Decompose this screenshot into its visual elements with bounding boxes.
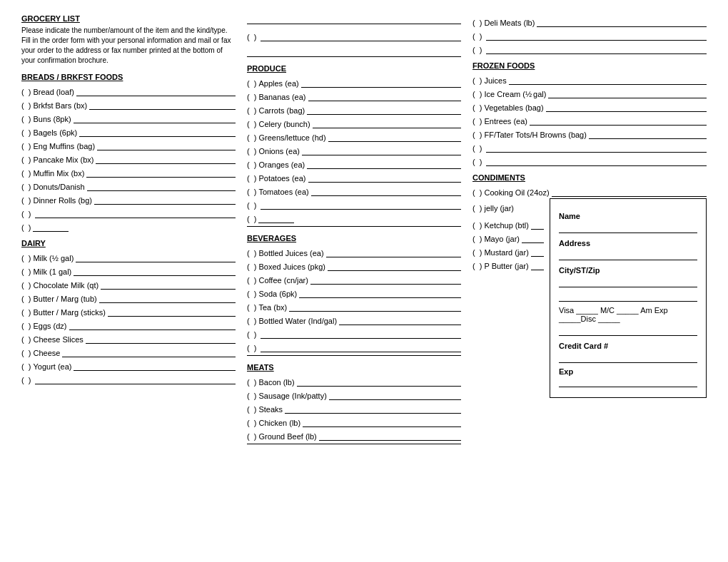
- list-item: ( ) Coffee (cn/jar): [247, 272, 461, 285]
- list-item: ( ) Butter / Marg (tub): [21, 290, 236, 303]
- list-item: ( ) Steaks: [247, 401, 461, 414]
- list-item: ( ) Bacon (lb): [247, 374, 461, 387]
- list-item: ( ) Onions (ea): [247, 143, 461, 155]
- list-item: ( ) Cheese: [21, 344, 236, 357]
- list-item: ( ) Deli Meats (lb): [472, 14, 707, 27]
- list-item: ( ) P Butter (jar): [472, 257, 544, 270]
- list-item: ( ) Boxed Juices (pkg): [247, 258, 461, 271]
- list-item: ( ) Buns (8pk): [21, 111, 236, 123]
- section-meats-title: MEATS: [247, 363, 461, 372]
- list-item: ( ) Muffin Mix (bx): [21, 165, 236, 178]
- list-item-blank: ( ): [472, 41, 707, 54]
- address-field-line: [559, 249, 697, 260]
- list-item: ( ) Donuts/Danish: [21, 178, 236, 191]
- list-item-blank: ( ): [472, 28, 707, 41]
- list-item-blank: ( ): [247, 210, 461, 223]
- order-form: Name Address City/ST/Zip Visa _____ M/C …: [550, 198, 707, 398]
- citystzip-field-line2: [559, 290, 697, 302]
- list-item: ( ) Celery (bunch): [247, 116, 461, 128]
- section-breads-title: BREADS / BRKFST FOODS: [21, 73, 236, 81]
- list-item: ( ) Apples (ea): [247, 75, 461, 88]
- list-item: ( ) Chocolate Milk (qt): [21, 277, 236, 290]
- list-item: ( ) Oranges (ea): [247, 156, 461, 169]
- section-beverages-title: BEVERAGES: [247, 234, 461, 242]
- page-title: GROCERY LIST: [21, 14, 236, 23]
- exp-label: Exp: [559, 367, 697, 376]
- citystzip-field-line: [559, 276, 697, 287]
- list-item: ( ) Soda (6pk): [247, 285, 461, 298]
- list-item: ( ) Bread (loaf): [21, 83, 236, 96]
- address-label: Address: [559, 239, 697, 247]
- list-item: ( ) FF/Tater Tots/H Browns (bag): [472, 126, 707, 139]
- list-item-blank: ( ): [21, 219, 236, 232]
- list-item: ( ) Bottled Water (Ind/gal): [247, 312, 461, 325]
- divider: [247, 355, 461, 356]
- section-produce-title: PRODUCE: [247, 64, 461, 73]
- list-item: ( ) Potatoes (ea): [247, 170, 461, 183]
- intro-text: Please indicate the number/amount of the…: [21, 26, 236, 66]
- divider: [247, 226, 461, 227]
- list-item: ( ) Ice Cream (½ gal): [472, 86, 707, 98]
- section-condiments-title: CONDIMENTS: [472, 173, 707, 182]
- list-item: ( ) Sausage (Ink/patty): [247, 387, 461, 400]
- list-item-blank: ( ): [21, 372, 236, 384]
- list-item: ( ) Mayo (jar): [472, 230, 544, 243]
- list-item: ( ) Ketchup (btl): [472, 217, 544, 230]
- list-item-blank: ( ) jelly (jar): [472, 200, 544, 213]
- list-item: ( ) Yogurt (ea): [21, 358, 236, 371]
- section-dairy-title: DAIRY: [21, 239, 236, 247]
- list-item-blank: ( ): [247, 339, 461, 352]
- citystzip-label: City/ST/Zip: [559, 266, 697, 275]
- list-item: ( ) Mustard (jar): [472, 244, 544, 257]
- list-item: ( ) Eng Muffins (bag): [21, 138, 236, 150]
- top-line-2: [247, 47, 461, 57]
- list-item-blank: ( ): [21, 205, 236, 218]
- list-item: ( ) Bagels (6pk): [21, 124, 236, 137]
- top-line-1: [247, 14, 461, 24]
- creditcard-field-line: [559, 352, 697, 363]
- list-item: ( ) Cooking Oil (24oz): [472, 184, 707, 197]
- list-item-blank: ( ): [247, 29, 461, 41]
- list-item: ( ) Bananas (ea): [247, 88, 461, 101]
- list-item: ( ) Cheese Slices: [21, 331, 236, 344]
- list-item: ( ) Butter / Marg (sticks): [21, 304, 236, 317]
- list-item-blank: ( ): [247, 326, 461, 339]
- list-item-blank: ( ): [247, 197, 461, 210]
- divider: [247, 444, 461, 444]
- list-item-blank: ( ): [472, 153, 707, 166]
- list-item: ( ) Brkfst Bars (bx): [21, 97, 236, 110]
- list-item: ( ) Greens/lettuce (hd): [247, 129, 461, 142]
- cc-options: Visa _____ M/C _____ Am Exp _____Disc __…: [559, 306, 697, 323]
- list-item: ( ) Tea (bx): [247, 299, 461, 312]
- list-item: ( ) Pancake Mix (bx): [21, 151, 236, 164]
- list-item-blank: ( ): [472, 140, 707, 153]
- name-field-line: [559, 222, 697, 233]
- list-item: ( ) Bottled Juices (ea): [247, 245, 461, 257]
- list-item: ( ) Eggs (dz): [21, 317, 236, 330]
- exp-field-line: [559, 376, 697, 387]
- list-item: ( ) Milk (1 gal): [21, 263, 236, 276]
- name-label: Name: [559, 212, 697, 220]
- list-item: ( ) Tomatoes (ea): [247, 183, 461, 196]
- cc-field-line: [559, 325, 697, 336]
- list-item: ( ) Vegetables (bag): [472, 99, 707, 112]
- list-item: ( ) Entrees (ea): [472, 113, 707, 126]
- list-item: ( ) Milk (½ gal): [21, 250, 236, 262]
- list-item: ( ) Dinner Rolls (bg): [21, 192, 236, 205]
- list-item: ( ) Ground Beef (lb): [247, 428, 461, 441]
- list-item: ( ) Carrots (bag): [247, 102, 461, 115]
- list-item: ( ) Chicken (lb): [247, 414, 461, 427]
- list-item: ( ) Juices: [472, 72, 707, 85]
- section-frozen-title: FROZEN FOODS: [472, 61, 707, 70]
- creditcard-label: Credit Card #: [559, 342, 697, 350]
